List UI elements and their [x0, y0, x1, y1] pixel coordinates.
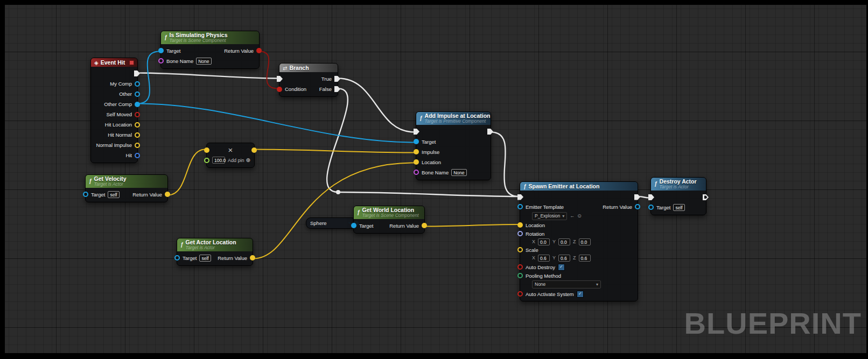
location-pin[interactable] — [414, 159, 419, 165]
hit-pin[interactable] — [135, 153, 140, 158]
rotation-y-field[interactable]: 0.0 — [558, 238, 570, 245]
target-pin[interactable] — [174, 255, 180, 261]
exec-in-pin[interactable] — [414, 129, 419, 135]
delegate-pin[interactable] — [129, 60, 134, 65]
auto-activate-system-pin[interactable] — [517, 291, 523, 297]
wire-getvelocity-to-multiply[interactable] — [168, 150, 205, 195]
wire-othercomp-to-addimpulse-target[interactable] — [137, 104, 415, 143]
wire-exec-reroute-to-spawn[interactable] — [338, 192, 519, 196]
bone-name-field[interactable]: None — [196, 58, 211, 65]
multiply-input-b-pin[interactable] — [204, 158, 209, 163]
rotation-pin[interactable] — [517, 231, 523, 236]
exec-in-pin[interactable] — [517, 194, 523, 200]
pin-row: Pooling Method — [520, 272, 638, 279]
node-sphere-variable[interactable]: Sphere — [306, 217, 356, 229]
add-pin-label: Add pin — [228, 158, 244, 163]
function-icon: ƒ — [357, 209, 360, 215]
add-pin-button[interactable]: Add pin ⊕ — [228, 157, 250, 163]
scale-pin[interactable] — [517, 247, 523, 252]
target-pin[interactable] — [83, 192, 88, 197]
target-self-field[interactable]: self — [673, 204, 684, 211]
scale-x-field[interactable]: 0.6 — [538, 255, 550, 262]
exec-in-pin[interactable] — [648, 194, 654, 200]
auto-destroy-checkbox[interactable]: ✓ — [558, 264, 565, 271]
chevron-down-icon: ▾ — [562, 214, 564, 219]
multiply-value-field[interactable]: 100.0 — [212, 157, 225, 164]
target-pin[interactable] — [648, 205, 654, 210]
node-destroy-actor[interactable]: ƒ Destroy Actor Target is Actor Target s… — [650, 177, 706, 215]
hit-location-pin[interactable] — [135, 122, 140, 128]
node-get-world-location[interactable]: ƒ Get World Location Target is Scene Com… — [353, 206, 425, 234]
self-moved-pin[interactable] — [135, 112, 140, 117]
pooling-method-pin[interactable] — [517, 273, 523, 278]
pooling-method-dropdown[interactable]: None ▾ — [532, 280, 601, 288]
dropdown-value: None — [535, 281, 545, 287]
wire-getworldloc-to-spawnlocation[interactable] — [424, 224, 519, 227]
emitter-template-pin[interactable] — [517, 204, 523, 209]
node-add-impulse-at-location[interactable]: ƒ Add Impulse at Location Target is Prim… — [416, 111, 491, 180]
return-value-pin[interactable] — [635, 204, 640, 209]
multiply-input-a-pin[interactable] — [204, 147, 209, 153]
pin-row: Target self Return Value — [177, 253, 253, 263]
axis-label: Z — [573, 255, 576, 261]
scale-y-field[interactable]: 0.6 — [558, 255, 570, 262]
node-multiply[interactable]: × 100.0 Add pin ⊕ — [206, 143, 255, 168]
wire-exec-addimpulse-to-spawn[interactable] — [491, 132, 519, 197]
target-pin[interactable] — [414, 139, 419, 144]
pin-row: Hit — [91, 150, 137, 160]
node-get-velocity[interactable]: ƒ Get Velocity Target is Actor Target se… — [85, 174, 168, 202]
other-comp-pin[interactable] — [135, 102, 140, 107]
scale-z-field[interactable]: 0.6 — [579, 255, 591, 262]
my-comp-pin[interactable] — [135, 81, 140, 87]
axis-label: Z — [573, 239, 576, 244]
node-get-actor-location[interactable]: ƒ Get Actor Location Target is Actor Tar… — [177, 238, 253, 266]
node-subtitle: Target is Primitive Component — [425, 119, 491, 124]
impulse-pin[interactable] — [414, 149, 419, 154]
axis-label: Y — [552, 255, 556, 261]
rotation-z-field[interactable]: 0.0 — [579, 238, 591, 245]
wire-exec-false-to-reroute[interactable] — [327, 89, 348, 193]
auto-destroy-pin[interactable] — [517, 264, 523, 270]
exec-in-pin[interactable] — [277, 76, 283, 82]
node-event-hit[interactable]: ◈ Event Hit My Comp Other Other Comp Sel… — [90, 58, 138, 163]
check-icon: ✓ — [559, 265, 563, 269]
rotation-x-field[interactable]: 0.0 — [538, 238, 550, 245]
bone-name-field[interactable]: None — [451, 169, 466, 176]
normal-impulse-pin[interactable] — [135, 143, 140, 148]
wire-othercomp-to-issim-target[interactable] — [137, 52, 159, 104]
wire-exec-true-to-addimpulse[interactable] — [338, 79, 415, 132]
target-pin[interactable] — [351, 223, 356, 228]
pin-row: Bone Name None — [161, 56, 259, 66]
target-self-field[interactable]: self — [199, 255, 211, 262]
bone-name-pin[interactable] — [158, 58, 164, 64]
node-title: Event Hit — [101, 59, 125, 66]
wire-exec-event-to-branch[interactable] — [137, 73, 278, 79]
pin-label: Auto Destroy — [526, 264, 555, 270]
other-pin[interactable] — [135, 91, 140, 97]
pin-label: Target — [359, 223, 373, 229]
dropdown-value: P_Explosion — [535, 213, 560, 219]
browse-asset-icon[interactable]: ⊙ — [577, 214, 582, 219]
wire-issim-return-to-condition[interactable] — [260, 52, 278, 89]
pin-row: 100.0 Add pin ⊕ — [207, 155, 254, 165]
target-self-field[interactable]: self — [108, 191, 119, 198]
multiply-output-pin[interactable] — [251, 147, 257, 153]
pin-row: Hit Location — [91, 119, 137, 130]
use-selected-asset-icon[interactable]: ← — [570, 214, 575, 219]
hit-normal-pin[interactable] — [135, 132, 140, 138]
reroute-node[interactable] — [336, 190, 340, 194]
blueprint-graph-canvas[interactable]: BLUEPRINT ◈ Event Hit My Comp — [0, 0, 868, 359]
node-is-simulating-physics[interactable]: ƒ Is Simulating Physics Target is Scene … — [160, 31, 260, 69]
wire-multiply-to-impulse[interactable] — [255, 150, 415, 153]
node-spawn-emitter-at-location[interactable]: ƒ Spawn Emitter at Location Emitter Temp… — [520, 181, 638, 301]
condition-pin[interactable] — [277, 87, 282, 92]
function-icon: ƒ — [164, 34, 167, 40]
bone-name-pin[interactable] — [414, 170, 419, 175]
target-pin[interactable] — [158, 48, 164, 53]
pin-row: None ▾ — [520, 279, 638, 289]
node-branch[interactable]: ⇄ Branch True Condition False — [279, 63, 338, 97]
emitter-template-dropdown[interactable]: P_Explosion ▾ — [532, 212, 567, 220]
pin-row — [91, 68, 137, 79]
auto-activate-checkbox[interactable]: ✓ — [577, 291, 584, 298]
location-pin[interactable] — [517, 222, 523, 228]
